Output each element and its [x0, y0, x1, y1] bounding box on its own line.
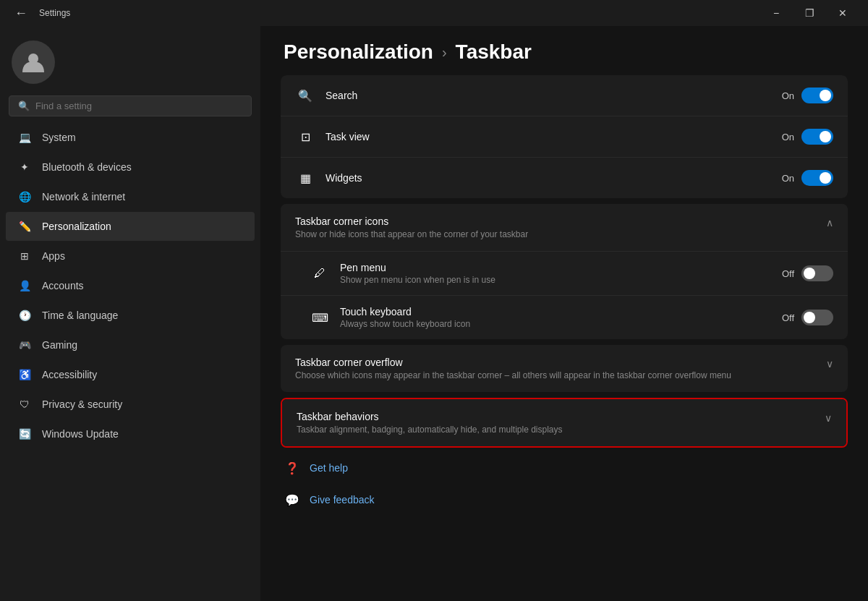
corner-icons-section: Taskbar corner icons Show or hide icons …	[281, 204, 848, 339]
behaviors-text: Taskbar behaviors Taskbar alignment, bad…	[297, 411, 825, 435]
nav-icon-privacy: 🛡	[17, 397, 32, 412]
nav-icon-accounts: 👤	[17, 278, 32, 293]
maximize-button[interactable]: ❐	[793, 3, 826, 23]
item-icon: ▦	[295, 168, 315, 188]
sub-item-icon: 🖊	[310, 263, 330, 284]
help-link-icon: 💬	[284, 491, 301, 508]
nav-label-windows-update: Windows Update	[42, 428, 119, 440]
corner-overflow-section[interactable]: Taskbar corner overflow Choose which ico…	[281, 345, 848, 392]
nav-icon-apps: ⊞	[17, 249, 32, 263]
corner-icons-desc: Show or hide icons that appear on the co…	[295, 229, 826, 239]
sub-item-toggle[interactable]	[801, 265, 833, 281]
nav-label-time: Time & language	[42, 310, 118, 321]
corner-icons-chevron: ∧	[826, 217, 833, 229]
item-status: On	[782, 173, 794, 184]
behaviors-section[interactable]: Taskbar behaviors Taskbar alignment, bad…	[281, 398, 848, 448]
toggle-knob	[820, 131, 831, 142]
item-label: Widgets	[326, 172, 770, 184]
taskbar-item-task-view[interactable]: ⊡ Task view On	[281, 116, 848, 158]
nav-label-system: System	[42, 132, 76, 143]
nav-label-accessibility: Accessibility	[42, 369, 97, 380]
breadcrumb-separator: ›	[442, 44, 447, 61]
item-toggle[interactable]	[801, 170, 833, 186]
nav-icon-system: 💻	[17, 130, 32, 145]
taskbar-item-widgets[interactable]: ▦ Widgets On	[281, 158, 848, 198]
sidebar-item-privacy[interactable]: 🛡 Privacy & security	[6, 390, 255, 419]
help-link-label: Get help	[310, 462, 348, 474]
help-link-give-feedback[interactable]: 💬 Give feedback	[281, 485, 848, 514]
sidebar-item-network[interactable]: 🌐 Network & internet	[6, 182, 255, 211]
nav-label-personalization: Personalization	[42, 221, 111, 232]
breadcrumb-parent: Personalization	[284, 41, 433, 64]
page-header: Personalization › Taskbar	[260, 26, 868, 75]
corner-icons-items: 🖊 Pen menu Show pen menu icon when pen i…	[281, 252, 848, 339]
sub-item-status: Off	[782, 312, 794, 323]
help-link-icon: ❓	[284, 459, 301, 477]
user-section	[0, 26, 260, 95]
nav-icon-network: 🌐	[17, 189, 32, 204]
avatar[interactable]	[12, 41, 55, 84]
sidebar-item-bluetooth[interactable]: ✦ Bluetooth & devices	[6, 153, 255, 182]
item-label: Task view	[326, 131, 770, 142]
sidebar-item-time[interactable]: 🕐 Time & language	[6, 301, 255, 330]
app-body: 🔍 💻 System ✦ Bluetooth & devices 🌐 Netwo…	[0, 26, 868, 601]
corner-icons-header[interactable]: Taskbar corner icons Show or hide icons …	[281, 204, 848, 252]
behaviors-inner: Taskbar behaviors Taskbar alignment, bad…	[282, 399, 846, 446]
nav-label-network: Network & internet	[42, 191, 125, 203]
nav-icon-accessibility: ♿	[17, 367, 32, 382]
item-toggle[interactable]	[801, 88, 833, 103]
corner-overflow-text: Taskbar corner overflow Choose which ico…	[295, 357, 826, 380]
sub-item-desc: Always show touch keyboard icon	[340, 319, 770, 329]
sidebar-item-personalization[interactable]: ✏️ Personalization	[6, 212, 255, 241]
search-box[interactable]: 🔍	[9, 95, 252, 116]
titlebar: ← Settings − ❐ ✕	[0, 0, 868, 26]
sub-item-toggle[interactable]	[801, 310, 833, 325]
nav-label-bluetooth: Bluetooth & devices	[42, 161, 132, 173]
titlebar-left: ← Settings	[9, 3, 70, 24]
sidebar-item-accessibility[interactable]: ♿ Accessibility	[6, 360, 255, 389]
sidebar-item-system[interactable]: 💻 System	[6, 123, 255, 152]
sub-item-icon: ⌨	[310, 307, 330, 328]
nav-icon-gaming: 🎮	[17, 338, 32, 352]
user-icon	[20, 49, 46, 75]
titlebar-controls: − ❐ ✕	[760, 3, 859, 23]
sub-item-label: Touch keyboard	[340, 306, 770, 317]
sidebar-item-apps[interactable]: ⊞ Apps	[6, 242, 255, 270]
corner-overflow-chevron: ∨	[826, 358, 833, 370]
search-input[interactable]	[35, 101, 242, 111]
nav-icon-time: 🕐	[17, 308, 32, 323]
help-section: ❓ Get help 💬 Give feedback	[281, 453, 848, 514]
behaviors-chevron: ∨	[825, 412, 832, 424]
help-link-get-help[interactable]: ❓ Get help	[281, 453, 848, 482]
sidebar-item-windows-update[interactable]: 🔄 Windows Update	[6, 419, 255, 448]
item-toggle[interactable]	[801, 129, 833, 145]
nav-label-apps: Apps	[42, 250, 65, 262]
item-status: On	[782, 90, 794, 101]
sub-item-desc: Show pen menu icon when pen is in use	[340, 275, 770, 285]
nav-icon-bluetooth: ✦	[17, 160, 32, 174]
nav-label-gaming: Gaming	[42, 339, 77, 351]
sub-item-label: Pen menu	[340, 262, 770, 273]
minimize-button[interactable]: −	[760, 3, 793, 23]
search-icon: 🔍	[18, 101, 30, 111]
corner-icon-item-touch-keyboard[interactable]: ⌨ Touch keyboard Always show touch keybo…	[281, 296, 848, 339]
help-link-label: Give feedback	[310, 494, 375, 506]
back-button[interactable]: ←	[9, 3, 33, 24]
nav-list: 💻 System ✦ Bluetooth & devices 🌐 Network…	[0, 122, 260, 449]
toggle-knob	[820, 90, 831, 101]
sidebar-item-accounts[interactable]: 👤 Accounts	[6, 271, 255, 300]
toggle-knob	[804, 268, 815, 279]
corner-overflow-desc: Choose which icons may appear in the tas…	[295, 370, 826, 380]
content-area: Personalization › Taskbar 🔍 Search On ⊡ …	[260, 26, 868, 601]
corner-icon-item-pen-menu[interactable]: 🖊 Pen menu Show pen menu icon when pen i…	[281, 252, 848, 296]
toggle-knob	[820, 172, 831, 184]
sidebar: 🔍 💻 System ✦ Bluetooth & devices 🌐 Netwo…	[0, 26, 260, 601]
sidebar-item-gaming[interactable]: 🎮 Gaming	[6, 331, 255, 359]
item-icon: 🔍	[295, 85, 315, 106]
sub-item-status: Off	[782, 268, 794, 279]
nav-label-privacy: Privacy & security	[42, 398, 122, 410]
close-button[interactable]: ✕	[826, 3, 859, 23]
item-status: On	[782, 132, 794, 142]
nav-icon-personalization: ✏️	[17, 219, 32, 234]
taskbar-item-search[interactable]: 🔍 Search On	[281, 75, 848, 116]
